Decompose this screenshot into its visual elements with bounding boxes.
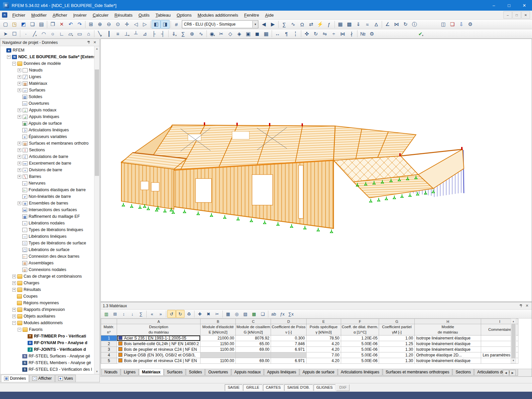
edit-function-icon[interactable]: ƒx [278, 310, 287, 318]
cell-value[interactable]: 78.50 [306, 335, 341, 341]
stability-analysis-icon[interactable]: Δ [372, 20, 381, 29]
cell-value[interactable]: 21000.00 [200, 335, 236, 341]
model-viewport[interactable] [100, 39, 532, 302]
tree-item-liberations-nodales[interactable]: ○Libérations nodales [0, 220, 99, 226]
scroll-down-icon[interactable]: ▼ [94, 369, 99, 374]
cell-value[interactable]: 4.20 [306, 347, 341, 352]
column-header-g[interactable]: Coefficient partielγM [-] [379, 324, 415, 335]
cell-value[interactable]: 1.30 [379, 358, 415, 364]
select-rectangle-icon[interactable]: ☐ [10, 30, 19, 38]
zoom-window-icon[interactable]: ⊞ [86, 20, 95, 29]
tree-item-ensembles-de-barres[interactable]: +≣Ensembles de barres [0, 200, 99, 206]
tree-item-connexions-nodales[interactable]: ◎Connexions nodales [0, 266, 99, 273]
expand-icon[interactable]: + [12, 288, 16, 292]
material-row-3[interactable]: 3Bois de peuplier et résineux C24 | NF E… [101, 347, 518, 352]
material-description[interactable]: Bois de peuplier et résineux C24 | NF EN [117, 347, 200, 352]
tree-item-appuis-de-surface[interactable]: ▦Appuis de surface [0, 120, 99, 127]
pin-icon[interactable] [86, 40, 91, 45]
column-letter-h[interactable]: H [415, 319, 481, 324]
cell-value[interactable]: 5.00E-06 [341, 347, 379, 352]
status-toggle-grille[interactable]: GRILLE [243, 384, 262, 391]
expand-icon[interactable]: + [18, 142, 21, 145]
program-options-icon[interactable]: ⚙ [466, 20, 475, 29]
material-row-5[interactable]: 5Bois de peuplier et résineux C24 | NF E… [101, 358, 518, 364]
status-toggle-glignes[interactable]: GLIGNES [314, 384, 336, 391]
undo-table-icon[interactable]: ↺ [167, 310, 176, 318]
tree-item-rf-dynam-pro-analyse-d[interactable]: DRF-DYNAM Pro - Analyse d [0, 339, 99, 346]
print-icon[interactable]: ▤ [37, 20, 46, 29]
new-rib-icon[interactable]: ┃ [104, 30, 113, 38]
material-model[interactable]: Isotrope linéairement élastique [415, 341, 481, 347]
material-model[interactable]: Isotrope linéairement élastique [415, 347, 481, 352]
move-objects-icon[interactable]: ✜ [302, 30, 311, 38]
new-line-icon[interactable]: ╱▾ [30, 30, 39, 38]
isometric-view-icon[interactable]: ◈ [235, 30, 244, 38]
material-description[interactable]: Bois lamellé-collé GL24h | NF EN 14080:2 [117, 341, 200, 347]
menu-inserer[interactable]: Insérer [70, 11, 89, 19]
column-header-f[interactable]: Coeff. de dilat. therm.α [1/°C] [341, 324, 379, 335]
mdi-minimize-button[interactable]: – [503, 11, 512, 19]
column-letter-a[interactable]: A [117, 319, 200, 324]
tree-item-rf-steel-ec3-verification-des-l[interactable]: SRF-STEEL EC3 - Vérification des l [0, 366, 99, 373]
new-node-icon[interactable]: ∙ [21, 30, 30, 38]
column-letter-c[interactable]: C [236, 319, 271, 324]
navigator-tab-vues[interactable]: ◈Vues [55, 375, 76, 382]
row-number[interactable]: 1 [101, 335, 117, 341]
select-all-rows-icon[interactable]: ▦ [224, 310, 232, 318]
load-case-combo[interactable]: CR6 - ELU (EQU) - Sismique▼ [182, 20, 258, 28]
previous-view-icon[interactable]: ◁ [131, 20, 140, 29]
dimensions-icon[interactable]: ↔ [273, 30, 282, 38]
menu-afficher[interactable]: Afficher [50, 11, 70, 19]
tree-item-articulations-lineiques[interactable]: ├Articulations linéiques [0, 127, 99, 133]
table-close-icon[interactable]: ✕ [524, 303, 530, 309]
tree-item-intersections-des-surfaces[interactable]: ⋈Intersections des surfaces [0, 206, 99, 213]
line-hinge-icon[interactable]: ┤ [158, 30, 167, 38]
expand-icon[interactable]: + [18, 168, 21, 172]
table-tab-surfaces[interactable]: Surfaces [164, 369, 186, 376]
tree-item-connexion-des-deux-barres[interactable]: ⊢Connexion des deux barres [0, 253, 99, 260]
superpose-results-icon[interactable]: ∑ [280, 20, 289, 29]
cell-value[interactable] [200, 352, 236, 358]
view-in-x-icon[interactable]: ▣ [244, 30, 253, 38]
collapse-icon[interactable]: − [7, 55, 11, 59]
cell-value[interactable]: 5.00E-06 [341, 352, 379, 358]
table-tab-appuis-de-surface[interactable]: Appuis de surface [300, 369, 337, 376]
tabs-scroll-left-icon[interactable]: ◀ [503, 370, 509, 376]
collapse-icon[interactable]: − [18, 328, 21, 332]
new-member-set-icon[interactable]: ≡ [113, 30, 122, 38]
previous-load-case-icon[interactable]: ◀ [259, 20, 268, 29]
guidelines-icon[interactable]: ╎ [291, 30, 300, 38]
material-model[interactable]: Isotrope linéairement élastique [415, 335, 481, 341]
expand-icon[interactable]: + [12, 315, 16, 318]
tree-item-rf-steel-surfaces-analyse-ge[interactable]: SRF-STEEL Surfaces - Analyse gé [0, 353, 99, 359]
expand-icon[interactable]: + [18, 162, 21, 165]
extreme-values-icon[interactable]: Ω [298, 20, 307, 29]
render-wireframe-icon[interactable]: ▦ [262, 30, 271, 38]
load-case-icon[interactable]: ∑ [179, 30, 188, 38]
statistics-icon[interactable]: ∑ [137, 310, 145, 318]
expand-icon[interactable]: + [18, 201, 21, 205]
cell-value[interactable]: 8076.92 [236, 335, 271, 341]
menu-outils[interactable]: Outils [136, 11, 153, 19]
sort-rows-icon[interactable]: ↕ [119, 310, 128, 318]
load-case-dropdown-icon[interactable]: ▼ [252, 21, 258, 28]
row-number[interactable]: 3 [101, 347, 117, 352]
menu-modifier[interactable]: Modifier [28, 11, 50, 19]
tree-item-ouvertures[interactable]: ▭Ouvertures [0, 100, 99, 107]
material-description[interactable]: Bois de peuplier et résineux C24 | NF EN [117, 358, 200, 364]
table-list-icon[interactable]: ▥ [102, 310, 111, 318]
zoom-all-icon[interactable]: ⊙ [113, 20, 122, 29]
undo-icon[interactable]: ↶ [66, 20, 75, 29]
tree-item-charges[interactable]: +Charges [0, 280, 99, 286]
comment-icon[interactable]: ¶ [282, 30, 291, 38]
font-size-icon[interactable]: ab [269, 310, 278, 318]
tree-item-fondations-elastiques-de-barre[interactable]: ⊢Fondations élastiques de barre [0, 187, 99, 193]
table-tab-lignes[interactable]: Lignes [121, 369, 138, 376]
new-polyline-icon[interactable]: ∟ [57, 30, 66, 38]
table-scrollbar[interactable]: ▲ ▼ [511, 319, 516, 363]
menu-fichier[interactable]: Fichier [9, 11, 28, 19]
expand-icon[interactable]: + [18, 155, 21, 159]
rotate-objects-icon[interactable]: ↻ [311, 30, 320, 38]
expand-icon[interactable]: + [18, 108, 21, 112]
cell-value[interactable]: 1.30 [379, 347, 415, 352]
